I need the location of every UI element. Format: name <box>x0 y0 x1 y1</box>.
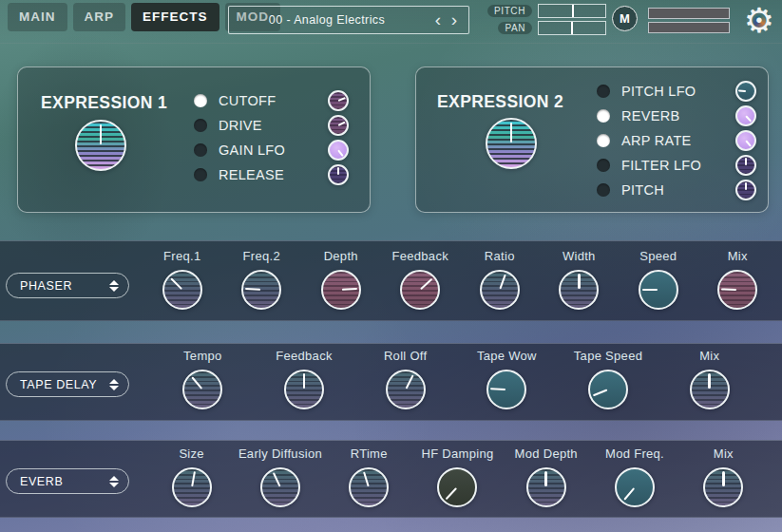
param-label: Depth <box>324 249 358 263</box>
tab-effects[interactable]: EFFECTS <box>131 3 219 31</box>
target-radio-drive[interactable] <box>194 119 207 132</box>
knob-tape-delay-tempo[interactable] <box>182 370 222 409</box>
knob-tape-delay-tape-speed[interactable] <box>588 370 628 409</box>
param-label: Size <box>179 446 204 461</box>
knob-phaser-depth[interactable] <box>321 270 361 310</box>
midi-button[interactable]: M <box>612 6 638 31</box>
tab-arp[interactable]: ARP <box>73 3 126 31</box>
top-bar: MAINARPEFFECTSMOD 00 - Analog Electrics … <box>0 0 782 44</box>
fx-param: Tape Wow <box>456 349 558 409</box>
knob-tape-delay-tape-wow[interactable] <box>486 370 526 409</box>
knob-everb-mix[interactable] <box>703 467 743 507</box>
target-label: REVERB <box>621 108 735 124</box>
selector-arrows-icon <box>109 476 119 487</box>
knob-pointer <box>476 267 523 314</box>
target-knob-cutoff[interactable] <box>328 90 349 111</box>
knob-phaser-width[interactable] <box>559 270 599 310</box>
target-label: RELEASE <box>219 167 328 182</box>
target-radio-arp-rate[interactable] <box>597 134 610 147</box>
pan-label: PAN <box>498 22 532 34</box>
expression-2-knob[interactable] <box>486 118 537 169</box>
target-label: ARP RATE <box>621 133 735 148</box>
knob-phaser-feedback[interactable] <box>400 270 440 310</box>
target-knob-reverb[interactable] <box>735 105 756 126</box>
knob-phaser-mix[interactable] <box>717 270 757 310</box>
knob-everb-mod-freq[interactable] <box>615 467 655 507</box>
target-knob-drive[interactable] <box>328 115 349 136</box>
settings-button[interactable]: ⚙ <box>740 1 778 41</box>
expression-1-title: EXPRESSION 1 <box>41 93 167 113</box>
target-radio-pitch[interactable] <box>597 183 610 197</box>
fx-param: Freq.1 <box>143 249 222 310</box>
param-label: Mod Freq. <box>605 446 664 461</box>
target-radio-reverb[interactable] <box>597 109 610 123</box>
knob-tape-delay-roll-off[interactable] <box>386 370 426 409</box>
target-label: GAIN LFO <box>219 142 328 158</box>
fx-param: Roll Off <box>354 349 456 409</box>
preset-next-icon[interactable]: › <box>448 8 460 32</box>
expression-2-title: EXPRESSION 2 <box>437 92 563 112</box>
preset-selector[interactable]: 00 - Analog Electrics ‹ › <box>228 6 469 34</box>
fx-param: Ratio <box>460 249 540 310</box>
knob-everb-rtime[interactable] <box>349 467 389 507</box>
knob-pointer <box>330 166 347 183</box>
target-knob-release[interactable] <box>328 164 349 185</box>
target-radio-cutoff[interactable] <box>194 94 207 107</box>
knob-pointer <box>719 271 756 308</box>
knob-everb-early-diffusion[interactable] <box>260 467 300 507</box>
target-knob-arp-rate[interactable] <box>735 130 756 151</box>
knob-everb-mod-depth[interactable] <box>526 467 566 507</box>
fx-param: Size <box>147 446 236 507</box>
target-knob-pitch[interactable] <box>735 180 756 200</box>
target-knob-filter-lfo[interactable] <box>735 155 756 176</box>
fx-selector-label: PHASER <box>20 279 109 293</box>
pitch-slider-handle[interactable] <box>572 5 574 17</box>
fx-selector-phaser[interactable]: PHASER <box>6 273 129 298</box>
knob-tape-delay-feedback[interactable] <box>284 370 324 409</box>
selector-arrows-icon <box>109 280 119 292</box>
knob-phaser-speed[interactable] <box>639 270 678 310</box>
fx-param: Mix <box>679 446 768 507</box>
preset-prev-icon[interactable]: ‹ <box>432 8 444 32</box>
expression-2-panel: EXPRESSION 2 PITCH LFOREVERBARP RATEFILT… <box>415 66 769 213</box>
knob-phaser-ratio[interactable] <box>480 270 520 310</box>
fx-param: Depth <box>301 249 381 310</box>
expression-1-targets: CUTOFFDRIVEGAIN LFORELEASE <box>194 89 349 186</box>
fx-selector-everb[interactable]: EVERB <box>6 468 129 494</box>
param-label: Feedback <box>392 249 449 263</box>
fx-selector-tape-delay[interactable]: TAPE DELAY <box>6 371 129 397</box>
knob-everb-size[interactable] <box>172 467 212 507</box>
knob-pointer <box>584 366 631 412</box>
target-label: DRIVE <box>219 118 328 133</box>
pan-slider-handle[interactable] <box>571 22 573 34</box>
phaser-row: PHASER Freq.1Freq.2DepthFeedbackRatioWid… <box>0 240 782 321</box>
knob-tape-delay-mix[interactable] <box>690 370 730 409</box>
target-radio-release[interactable] <box>194 168 207 181</box>
target-radio-pitch-lfo[interactable] <box>597 85 610 98</box>
target-knob-pitch-lfo[interactable] <box>735 81 756 102</box>
expression-target-row: ARP RATE <box>597 129 756 152</box>
fx-param: Speed <box>619 249 698 310</box>
knob-phaser-freq-2[interactable] <box>241 270 281 310</box>
target-label: PITCH <box>621 182 735 198</box>
knob-pointer <box>327 89 349 111</box>
fx-param: Early Diffusion <box>236 446 324 507</box>
expression-target-row: REVERB <box>597 104 756 127</box>
pitch-label: PITCH <box>487 5 532 17</box>
knob-everb-hf-damping[interactable] <box>437 467 477 507</box>
target-radio-gain-lfo[interactable] <box>194 143 207 157</box>
pan-slider[interactable] <box>538 21 606 35</box>
expression-2-targets: PITCH LFOREVERBARP RATEFILTER LFOPITCH <box>597 80 756 201</box>
expression-1-knob[interactable] <box>75 120 126 171</box>
everb-params: SizeEarly DiffusionRTimeHF DampingMod De… <box>147 446 768 507</box>
knob-phaser-freq-1[interactable] <box>162 270 202 310</box>
knob-pointer <box>528 469 564 505</box>
tab-main[interactable]: MAIN <box>8 3 67 31</box>
target-radio-filter-lfo[interactable] <box>597 159 610 172</box>
param-label: Mix <box>728 249 748 263</box>
param-label: Freq.1 <box>163 249 200 263</box>
fx-param: HF Damping <box>413 446 502 507</box>
target-knob-gain-lfo[interactable] <box>328 140 349 161</box>
pitch-slider[interactable] <box>538 4 606 18</box>
knob-pointer <box>77 122 124 169</box>
